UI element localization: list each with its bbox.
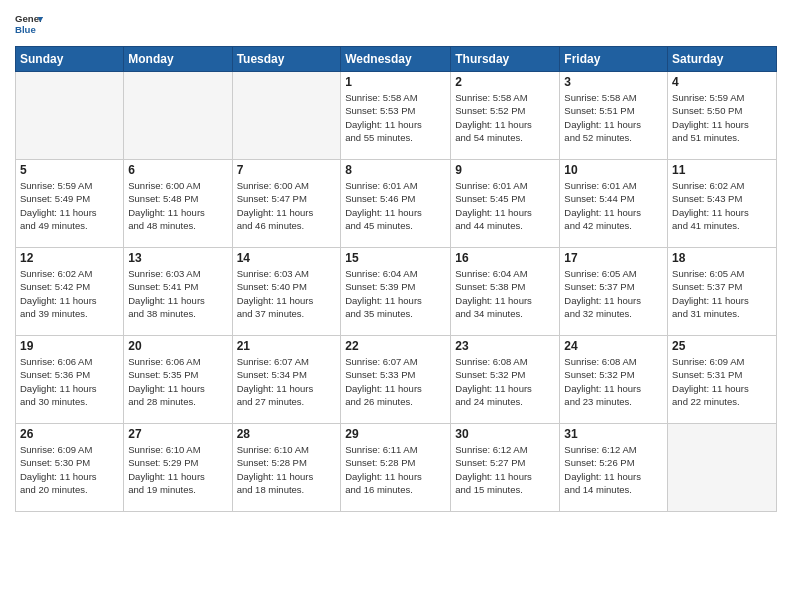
day-info: Sunrise: 6:10 AM Sunset: 5:28 PM Dayligh… [237, 443, 337, 496]
logo: General Blue [15, 10, 47, 38]
calendar-day-2: 2Sunrise: 5:58 AM Sunset: 5:52 PM Daylig… [451, 72, 560, 160]
calendar-day-17: 17Sunrise: 6:05 AM Sunset: 5:37 PM Dayli… [560, 248, 668, 336]
day-info: Sunrise: 6:00 AM Sunset: 5:47 PM Dayligh… [237, 179, 337, 232]
calendar-day-21: 21Sunrise: 6:07 AM Sunset: 5:34 PM Dayli… [232, 336, 341, 424]
calendar-day-11: 11Sunrise: 6:02 AM Sunset: 5:43 PM Dayli… [668, 160, 777, 248]
calendar-day-13: 13Sunrise: 6:03 AM Sunset: 5:41 PM Dayli… [124, 248, 232, 336]
calendar-day-18: 18Sunrise: 6:05 AM Sunset: 5:37 PM Dayli… [668, 248, 777, 336]
day-number: 2 [455, 75, 555, 89]
day-number: 24 [564, 339, 663, 353]
day-number: 7 [237, 163, 337, 177]
day-info: Sunrise: 6:09 AM Sunset: 5:30 PM Dayligh… [20, 443, 119, 496]
day-number: 16 [455, 251, 555, 265]
calendar-header-monday: Monday [124, 47, 232, 72]
day-info: Sunrise: 5:58 AM Sunset: 5:53 PM Dayligh… [345, 91, 446, 144]
day-info: Sunrise: 5:58 AM Sunset: 5:52 PM Dayligh… [455, 91, 555, 144]
day-number: 5 [20, 163, 119, 177]
day-number: 4 [672, 75, 772, 89]
calendar-day-9: 9Sunrise: 6:01 AM Sunset: 5:45 PM Daylig… [451, 160, 560, 248]
calendar-day-19: 19Sunrise: 6:06 AM Sunset: 5:36 PM Dayli… [16, 336, 124, 424]
day-info: Sunrise: 6:08 AM Sunset: 5:32 PM Dayligh… [455, 355, 555, 408]
calendar-day-empty [16, 72, 124, 160]
day-info: Sunrise: 6:05 AM Sunset: 5:37 PM Dayligh… [564, 267, 663, 320]
day-number: 13 [128, 251, 227, 265]
day-info: Sunrise: 6:04 AM Sunset: 5:38 PM Dayligh… [455, 267, 555, 320]
day-info: Sunrise: 6:02 AM Sunset: 5:42 PM Dayligh… [20, 267, 119, 320]
day-number: 19 [20, 339, 119, 353]
calendar-day-empty [232, 72, 341, 160]
logo-icon: General Blue [15, 10, 43, 38]
calendar-day-15: 15Sunrise: 6:04 AM Sunset: 5:39 PM Dayli… [341, 248, 451, 336]
calendar-day-5: 5Sunrise: 5:59 AM Sunset: 5:49 PM Daylig… [16, 160, 124, 248]
calendar-day-12: 12Sunrise: 6:02 AM Sunset: 5:42 PM Dayli… [16, 248, 124, 336]
calendar-week-5: 26Sunrise: 6:09 AM Sunset: 5:30 PM Dayli… [16, 424, 777, 512]
day-info: Sunrise: 6:02 AM Sunset: 5:43 PM Dayligh… [672, 179, 772, 232]
calendar-week-4: 19Sunrise: 6:06 AM Sunset: 5:36 PM Dayli… [16, 336, 777, 424]
day-number: 31 [564, 427, 663, 441]
calendar-day-7: 7Sunrise: 6:00 AM Sunset: 5:47 PM Daylig… [232, 160, 341, 248]
day-info: Sunrise: 6:11 AM Sunset: 5:28 PM Dayligh… [345, 443, 446, 496]
day-info: Sunrise: 6:00 AM Sunset: 5:48 PM Dayligh… [128, 179, 227, 232]
day-number: 11 [672, 163, 772, 177]
calendar-header-saturday: Saturday [668, 47, 777, 72]
header: General Blue [15, 10, 777, 38]
calendar-day-3: 3Sunrise: 5:58 AM Sunset: 5:51 PM Daylig… [560, 72, 668, 160]
day-info: Sunrise: 6:05 AM Sunset: 5:37 PM Dayligh… [672, 267, 772, 320]
calendar-header-tuesday: Tuesday [232, 47, 341, 72]
day-info: Sunrise: 6:08 AM Sunset: 5:32 PM Dayligh… [564, 355, 663, 408]
day-number: 29 [345, 427, 446, 441]
day-number: 26 [20, 427, 119, 441]
day-info: Sunrise: 5:59 AM Sunset: 5:49 PM Dayligh… [20, 179, 119, 232]
day-number: 21 [237, 339, 337, 353]
day-number: 18 [672, 251, 772, 265]
day-info: Sunrise: 6:01 AM Sunset: 5:44 PM Dayligh… [564, 179, 663, 232]
day-info: Sunrise: 6:07 AM Sunset: 5:34 PM Dayligh… [237, 355, 337, 408]
page: General Blue SundayMondayTuesdayWednesda… [0, 0, 792, 612]
day-number: 14 [237, 251, 337, 265]
day-number: 30 [455, 427, 555, 441]
calendar-day-26: 26Sunrise: 6:09 AM Sunset: 5:30 PM Dayli… [16, 424, 124, 512]
calendar-day-empty [124, 72, 232, 160]
day-info: Sunrise: 6:09 AM Sunset: 5:31 PM Dayligh… [672, 355, 772, 408]
calendar-day-20: 20Sunrise: 6:06 AM Sunset: 5:35 PM Dayli… [124, 336, 232, 424]
day-number: 9 [455, 163, 555, 177]
calendar-header-wednesday: Wednesday [341, 47, 451, 72]
calendar-header-friday: Friday [560, 47, 668, 72]
calendar-week-2: 5Sunrise: 5:59 AM Sunset: 5:49 PM Daylig… [16, 160, 777, 248]
day-number: 12 [20, 251, 119, 265]
day-number: 22 [345, 339, 446, 353]
calendar-day-23: 23Sunrise: 6:08 AM Sunset: 5:32 PM Dayli… [451, 336, 560, 424]
day-info: Sunrise: 6:01 AM Sunset: 5:46 PM Dayligh… [345, 179, 446, 232]
day-info: Sunrise: 6:04 AM Sunset: 5:39 PM Dayligh… [345, 267, 446, 320]
calendar-day-4: 4Sunrise: 5:59 AM Sunset: 5:50 PM Daylig… [668, 72, 777, 160]
calendar-day-28: 28Sunrise: 6:10 AM Sunset: 5:28 PM Dayli… [232, 424, 341, 512]
calendar-table: SundayMondayTuesdayWednesdayThursdayFrid… [15, 46, 777, 512]
day-info: Sunrise: 6:07 AM Sunset: 5:33 PM Dayligh… [345, 355, 446, 408]
day-number: 25 [672, 339, 772, 353]
calendar-day-14: 14Sunrise: 6:03 AM Sunset: 5:40 PM Dayli… [232, 248, 341, 336]
calendar-header-thursday: Thursday [451, 47, 560, 72]
calendar-day-22: 22Sunrise: 6:07 AM Sunset: 5:33 PM Dayli… [341, 336, 451, 424]
day-info: Sunrise: 6:03 AM Sunset: 5:41 PM Dayligh… [128, 267, 227, 320]
day-number: 28 [237, 427, 337, 441]
calendar-day-25: 25Sunrise: 6:09 AM Sunset: 5:31 PM Dayli… [668, 336, 777, 424]
calendar-week-1: 1Sunrise: 5:58 AM Sunset: 5:53 PM Daylig… [16, 72, 777, 160]
day-info: Sunrise: 6:10 AM Sunset: 5:29 PM Dayligh… [128, 443, 227, 496]
day-number: 17 [564, 251, 663, 265]
calendar-day-10: 10Sunrise: 6:01 AM Sunset: 5:44 PM Dayli… [560, 160, 668, 248]
calendar-day-empty [668, 424, 777, 512]
day-number: 6 [128, 163, 227, 177]
calendar-header-row: SundayMondayTuesdayWednesdayThursdayFrid… [16, 47, 777, 72]
day-info: Sunrise: 6:06 AM Sunset: 5:36 PM Dayligh… [20, 355, 119, 408]
calendar-day-1: 1Sunrise: 5:58 AM Sunset: 5:53 PM Daylig… [341, 72, 451, 160]
day-number: 23 [455, 339, 555, 353]
day-info: Sunrise: 6:03 AM Sunset: 5:40 PM Dayligh… [237, 267, 337, 320]
day-number: 20 [128, 339, 227, 353]
day-info: Sunrise: 5:59 AM Sunset: 5:50 PM Dayligh… [672, 91, 772, 144]
day-number: 3 [564, 75, 663, 89]
calendar-day-24: 24Sunrise: 6:08 AM Sunset: 5:32 PM Dayli… [560, 336, 668, 424]
calendar-day-8: 8Sunrise: 6:01 AM Sunset: 5:46 PM Daylig… [341, 160, 451, 248]
calendar-week-3: 12Sunrise: 6:02 AM Sunset: 5:42 PM Dayli… [16, 248, 777, 336]
day-number: 15 [345, 251, 446, 265]
calendar-header-sunday: Sunday [16, 47, 124, 72]
